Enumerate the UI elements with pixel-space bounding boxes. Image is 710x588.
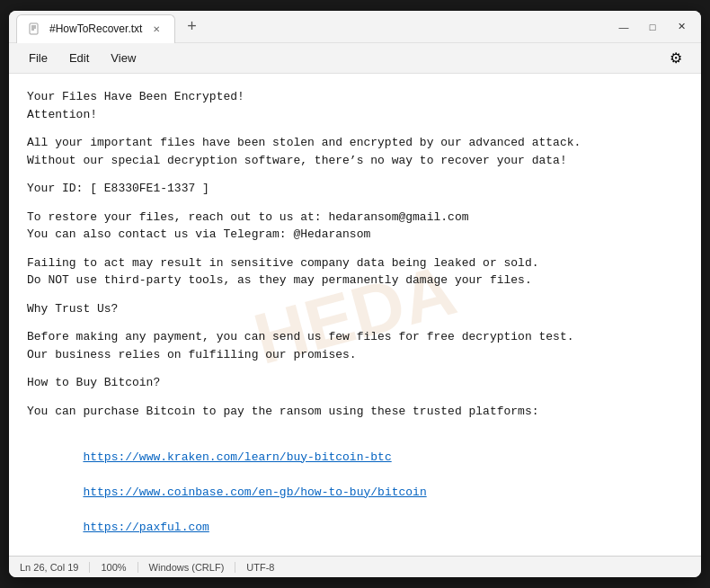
link-paxful[interactable]: https://paxful.com	[83, 521, 209, 534]
menu-bar: File Edit View ⚙	[9, 43, 701, 74]
tab-close-button[interactable]: ✕	[149, 22, 164, 36]
main-window: #HowToRecover.txt ✕ + — □ ✕ File	[9, 11, 701, 577]
heading-encrypted: Your Files Have Been Encrypted! Attentio…	[27, 88, 683, 123]
file-icon	[28, 22, 42, 36]
line-ending: Windows (CRLF)	[138, 562, 236, 573]
settings-icon: ⚙	[670, 49, 682, 67]
links: https://www.kraken.com/learn/buy-bitcoin…	[27, 431, 683, 554]
file-menu[interactable]: File	[20, 48, 57, 68]
settings-button[interactable]: ⚙	[661, 44, 690, 73]
svg-rect-0	[30, 23, 38, 34]
bitcoin-intro: You can purchase Bitcoin to pay the rans…	[27, 403, 683, 421]
minimize-button[interactable]: —	[611, 14, 636, 40]
zoom-level: 100%	[90, 562, 138, 573]
decryption-test: Before making any payment, you can send …	[27, 328, 683, 363]
text-editor-content[interactable]: HEDA Your Files Have Been Encrypted! Att…	[9, 74, 701, 556]
view-menu[interactable]: View	[102, 48, 145, 68]
your-id: Your ID: [ E8330FE1-1337 ]	[27, 180, 683, 198]
status-bar: Ln 26, Col 19 100% Windows (CRLF) UTF-8	[9, 556, 701, 577]
how-to-buy: How to Buy Bitcoin?	[27, 374, 683, 392]
link-kraken[interactable]: https://www.kraken.com/learn/buy-bitcoin…	[83, 450, 391, 464]
why-trust: Why Trust Us?	[27, 300, 683, 318]
contact-info: To restore your files, reach out to us a…	[27, 209, 683, 244]
window-controls: — □ ✕	[611, 14, 694, 40]
edit-menu[interactable]: Edit	[60, 48, 98, 68]
active-tab[interactable]: #HowToRecover.txt ✕	[16, 14, 175, 43]
tab-title: #HowToRecover.txt	[49, 22, 142, 35]
title-bar: #HowToRecover.txt ✕ + — □ ✕	[9, 11, 701, 43]
close-button[interactable]: ✕	[669, 14, 694, 40]
link-coinbase[interactable]: https://www.coinbase.com/en-gb/how-to-bu…	[83, 486, 426, 499]
warning: Failing to act may result in sensitive c…	[27, 254, 683, 290]
encoding: UTF-8	[235, 562, 285, 573]
maximize-button[interactable]: □	[640, 14, 665, 40]
paragraph-stolen: All your important files have been stole…	[27, 134, 683, 169]
tab-area: #HowToRecover.txt ✕ +	[16, 11, 611, 42]
document-text: Your Files Have Been Encrypted! Attentio…	[27, 88, 683, 554]
cursor-position: Ln 26, Col 19	[20, 562, 90, 573]
new-tab-button[interactable]: +	[179, 14, 204, 40]
